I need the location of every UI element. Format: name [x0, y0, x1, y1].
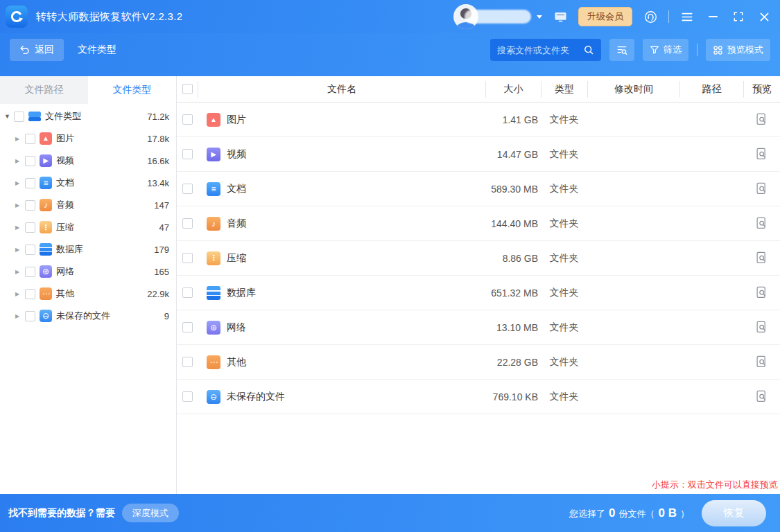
- column-header-path[interactable]: 路径: [679, 81, 743, 98]
- tree-caret-icon[interactable]: ▶: [15, 224, 25, 231]
- column-header-type[interactable]: 类型: [541, 81, 587, 98]
- table-header: 文件名 大小 类型 修改时间 路径 预览: [177, 76, 780, 103]
- maximize-icon[interactable]: [731, 9, 746, 24]
- table-row[interactable]: ⋮ 压缩 8.86 GB 文件夹: [177, 241, 780, 276]
- tree-item[interactable]: ▶ ♪ 音频 147: [0, 194, 176, 216]
- filter-button[interactable]: 筛选: [643, 39, 688, 61]
- tree-item-label: 压缩: [56, 221, 74, 233]
- table-row[interactable]: ⊕ 网络 13.10 MB 文件夹: [177, 310, 780, 345]
- customer-service-icon[interactable]: [643, 9, 658, 24]
- table-row[interactable]: ♪ 音频 144.40 MB 文件夹: [177, 206, 780, 241]
- tree-item[interactable]: ▶ ⋮ 压缩 47: [0, 216, 176, 238]
- search-input[interactable]: [497, 45, 583, 55]
- recover-button[interactable]: 恢复: [702, 500, 766, 526]
- tree-caret-icon[interactable]: ▶: [15, 136, 25, 142]
- preview-icon[interactable]: [753, 319, 771, 337]
- tree-item[interactable]: ▶ ≡ 文档 13.4k: [0, 172, 176, 194]
- search-icon[interactable]: [583, 44, 594, 55]
- search-in-list-button[interactable]: [609, 39, 634, 61]
- tree-caret-icon[interactable]: ▶: [15, 180, 25, 186]
- tree-checkbox[interactable]: [25, 222, 35, 233]
- tree-item[interactable]: ▶ ⊖ 未保存的文件 9: [0, 305, 176, 327]
- file-name: 图片: [227, 114, 246, 126]
- preview-icon[interactable]: [753, 111, 771, 129]
- tree-item[interactable]: ▼ 文件类型 71.2k: [0, 105, 176, 127]
- column-header-size[interactable]: 大小: [485, 81, 541, 98]
- tree-item[interactable]: ▶ 数据库 179: [0, 238, 176, 260]
- tree-item[interactable]: ▶ ▲ 图片 17.8k: [0, 127, 176, 150]
- row-checkbox[interactable]: [182, 218, 193, 229]
- tree-checkbox[interactable]: [25, 245, 35, 255]
- table-row[interactable]: ▲ 图片 1.41 GB 文件夹: [177, 103, 780, 137]
- row-checkbox[interactable]: [182, 149, 193, 159]
- tab-file-path[interactable]: 文件路径: [0, 76, 88, 104]
- row-checkbox[interactable]: [182, 357, 193, 367]
- tree-caret-icon[interactable]: ▼: [4, 113, 14, 120]
- tree-checkbox[interactable]: [25, 200, 35, 211]
- back-button[interactable]: 返回: [10, 39, 64, 61]
- tree-item-label: 图片: [56, 132, 74, 145]
- select-all-checkbox[interactable]: [182, 84, 193, 94]
- tree-caret-icon[interactable]: ▶: [15, 269, 25, 275]
- row-checkbox[interactable]: [182, 287, 193, 298]
- user-account[interactable]: [453, 3, 542, 30]
- row-checkbox[interactable]: [182, 184, 193, 194]
- upgrade-member-button[interactable]: 升级会员: [578, 7, 632, 26]
- selection-prefix: 您选择了: [569, 508, 605, 520]
- table-row[interactable]: ≡ 文档 589.30 MB 文件夹: [177, 172, 780, 206]
- tree-caret-icon[interactable]: ▶: [15, 158, 25, 164]
- tree-checkbox[interactable]: [25, 178, 35, 188]
- file-modified: [587, 241, 679, 275]
- file-size: 13.10 MB: [485, 310, 541, 344]
- titlebar-divider: [668, 10, 669, 23]
- row-checkbox[interactable]: [182, 322, 193, 332]
- filetype-icon: ⊕: [40, 265, 52, 278]
- table-row[interactable]: ▶ 视频 14.47 GB 文件夹: [177, 137, 780, 172]
- preview-icon[interactable]: [753, 145, 771, 163]
- tree-checkbox[interactable]: [25, 289, 35, 299]
- column-header-name[interactable]: 文件名: [198, 81, 485, 98]
- monitor-icon[interactable]: [553, 9, 568, 24]
- preview-icon[interactable]: [753, 180, 771, 198]
- tree-caret-icon[interactable]: ▶: [15, 202, 25, 209]
- tab-file-type[interactable]: 文件类型: [88, 76, 176, 104]
- row-checkbox[interactable]: [182, 253, 193, 263]
- deep-mode-button[interactable]: 深度模式: [122, 504, 179, 522]
- table-row[interactable]: 数据库 651.32 MB 文件夹: [177, 276, 780, 310]
- close-icon[interactable]: [756, 9, 772, 24]
- preview-mode-button[interactable]: 预览模式: [706, 39, 770, 61]
- preview-icon[interactable]: [753, 215, 771, 233]
- file-modified: [587, 103, 679, 136]
- row-checkbox[interactable]: [182, 114, 193, 125]
- tree-caret-icon[interactable]: ▶: [15, 291, 25, 297]
- minimize-icon[interactable]: [705, 9, 720, 24]
- column-header-preview[interactable]: 预览: [743, 81, 780, 98]
- search-box[interactable]: [490, 39, 601, 61]
- column-header-modified[interactable]: 修改时间: [587, 81, 679, 98]
- table-row[interactable]: ⋯ 其他 22.28 GB 文件夹: [177, 345, 780, 380]
- tree-item-count: 179: [154, 245, 169, 255]
- preview-icon[interactable]: [753, 388, 771, 406]
- tree-checkbox[interactable]: [25, 311, 35, 321]
- tree-item-count: 71.2k: [147, 112, 169, 122]
- tree-item[interactable]: ▶ ⋯ 其他 22.9k: [0, 283, 176, 305]
- tree-item[interactable]: ▶ ▶ 视频 16.6k: [0, 150, 176, 172]
- file-type: 文件夹: [541, 276, 587, 310]
- tree-checkbox[interactable]: [25, 156, 35, 166]
- preview-icon[interactable]: [753, 284, 771, 302]
- account-chevron-down-icon[interactable]: [537, 15, 542, 19]
- tree-item[interactable]: ▶ ⊕ 网络 165: [0, 260, 176, 283]
- table-row[interactable]: ⊖ 未保存的文件 769.10 KB 文件夹: [177, 380, 780, 414]
- preview-icon[interactable]: [753, 353, 771, 371]
- tree-caret-icon[interactable]: ▶: [15, 247, 25, 253]
- tree-checkbox[interactable]: [25, 267, 35, 277]
- row-checkbox[interactable]: [182, 391, 193, 402]
- tree-checkbox[interactable]: [14, 112, 24, 122]
- file-type: 文件夹: [541, 206, 587, 240]
- file-table: 文件名 大小 类型 修改时间 路径 预览 ▲ 图片 1.41 GB 文件夹: [177, 76, 780, 494]
- tree-caret-icon[interactable]: ▶: [15, 313, 25, 319]
- preview-icon[interactable]: [753, 249, 771, 267]
- file-type: 文件夹: [541, 310, 587, 344]
- menu-icon[interactable]: [679, 9, 695, 24]
- tree-checkbox[interactable]: [25, 134, 35, 144]
